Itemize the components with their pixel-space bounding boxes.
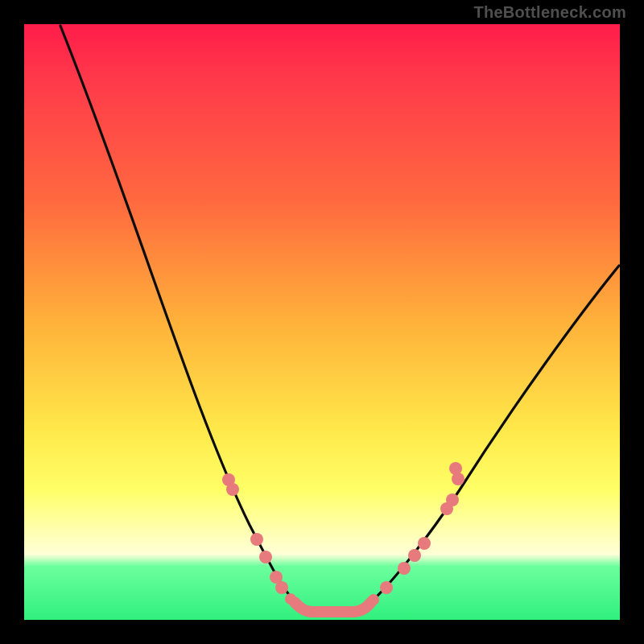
dot-right-mid-c xyxy=(418,537,431,550)
chart-svg xyxy=(24,24,620,620)
dot-left-mid-a xyxy=(250,533,263,546)
dot-right-mid-b xyxy=(408,549,421,562)
dot-left-mid-b xyxy=(259,551,272,564)
dot-right-low-a xyxy=(368,594,379,605)
chart-frame: TheBottleneck.com xyxy=(0,0,644,644)
bottleneck-bottom-segment xyxy=(295,602,371,612)
watermark-text: TheBottleneck.com xyxy=(473,3,626,22)
dot-left-top-b xyxy=(226,483,239,496)
dot-left-low-c xyxy=(285,593,296,605)
dot-right-mid-a xyxy=(398,562,411,575)
dot-right-low-b xyxy=(380,581,393,594)
dot-right-top-b xyxy=(446,493,459,506)
plot-area xyxy=(24,24,620,620)
dot-left-low-b xyxy=(275,581,288,594)
dot-right-top-d xyxy=(449,462,462,475)
bottleneck-curve xyxy=(60,26,619,612)
